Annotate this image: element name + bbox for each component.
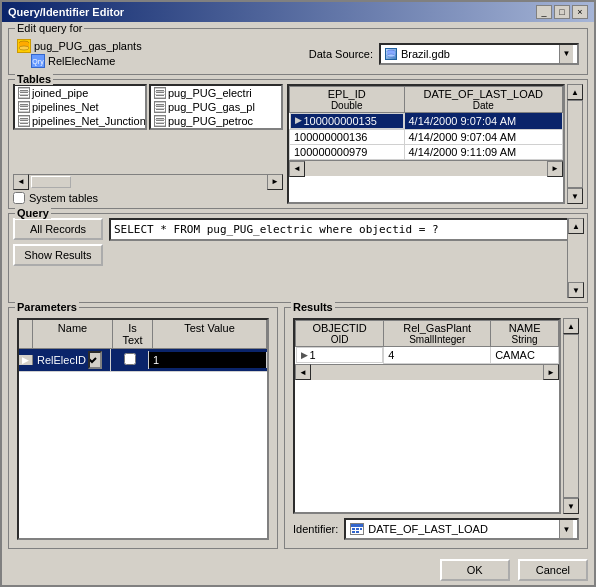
- params-name-cell: RelElecID: [33, 349, 111, 371]
- scroll-left-btn[interactable]: ◄: [13, 174, 29, 190]
- query-text-area[interactable]: SELECT * FROM pug_PUG_electric where obj…: [109, 218, 583, 241]
- params-testval-cell[interactable]: 1: [149, 352, 267, 368]
- query-section-inner: All Records Show Results SELECT * FROM p…: [13, 218, 583, 298]
- maximize-button[interactable]: □: [554, 5, 570, 19]
- tables-grid-area: EPL_ID Double DATE_OF_LAST_LOAD Date: [287, 84, 583, 204]
- results-col-name-header: NAME String: [491, 321, 559, 347]
- params-col-testval-header: Test Value: [153, 320, 267, 348]
- query-text-wrapper: SELECT * FROM pug_PUG_electric where obj…: [109, 218, 583, 298]
- list-item-pug-gas[interactable]: pug_PUG_gas_pl: [151, 100, 281, 114]
- identifier-row: Identifier: DATE_OF_LAST_LOAD: [289, 516, 583, 544]
- params-col-istext-header: Is Text: [113, 320, 153, 348]
- table-row[interactable]: ▶100000000135 4/14/2000 9:07:04 AM: [290, 113, 563, 130]
- all-records-button[interactable]: All Records: [13, 218, 103, 240]
- list-item-pug-petro[interactable]: pug_PUG_petroc: [151, 114, 281, 128]
- tree-parent-item[interactable]: pug_PUG_gas_plants: [17, 39, 142, 53]
- identifier-dropdown-arrow[interactable]: ▼: [559, 520, 573, 538]
- h-scroll-thumb[interactable]: [31, 176, 71, 188]
- table-row[interactable]: 100000000979 4/14/2000 9:11:09 AM: [290, 145, 563, 160]
- results-grid-wrapper[interactable]: OBJECTID OID Rel_GasPlant SmallInteger: [293, 318, 561, 514]
- minimize-button[interactable]: _: [536, 5, 552, 19]
- query-section-label: Query: [15, 207, 51, 219]
- table-icon-pug-gas: [154, 101, 166, 113]
- results-grid-row[interactable]: ▶ 1 4 CAMAC: [296, 347, 559, 364]
- datasource-db-icon: [385, 48, 397, 60]
- query-scroll-up[interactable]: ▲: [568, 218, 584, 234]
- grid-scroll-down[interactable]: ▼: [567, 188, 583, 204]
- system-tables-checkbox[interactable]: [13, 192, 25, 204]
- parameters-grid[interactable]: Name Is Text Test Value ▶ RelElecID: [17, 318, 269, 540]
- tables-grid-table: EPL_ID Double DATE_OF_LAST_LOAD Date: [289, 86, 563, 160]
- params-grid-header: Name Is Text Test Value: [19, 320, 267, 349]
- show-results-button[interactable]: Show Results: [13, 244, 103, 266]
- table-row[interactable]: 100000000136 4/14/2000 9:07:04 AM: [290, 130, 563, 145]
- results-h-scrollbar[interactable]: ◄ ►: [295, 364, 559, 380]
- list-item-pug-electric[interactable]: pug_PUG_electri: [151, 86, 281, 100]
- params-name-dropdown[interactable]: [88, 351, 102, 369]
- table-icon-joined-pipe: [18, 87, 30, 99]
- tables-h-scrollbar[interactable]: ◄ ►: [13, 174, 283, 188]
- tables-col-left: joined_pipe pipelines_Net: [13, 84, 147, 172]
- params-grid-row[interactable]: ▶ RelElecID 1: [19, 349, 267, 372]
- scroll-right-btn[interactable]: ►: [267, 174, 283, 190]
- title-bar: Query/Identifier Editor _ □ ×: [2, 2, 594, 22]
- tree-child-item[interactable]: Qry RelElecName: [17, 54, 142, 68]
- list-item-joined-pipe[interactable]: joined_pipe: [15, 86, 145, 100]
- table-icon-pug-petro: [154, 115, 166, 127]
- tables-v-scrollbar: ▲ ▼: [567, 84, 583, 204]
- results-scroll-down[interactable]: ▼: [563, 498, 579, 514]
- table-icon-pipelines-junctions: [18, 115, 30, 127]
- identifier-inner: DATE_OF_LAST_LOAD: [350, 523, 559, 535]
- results-cell-rel: 4: [384, 347, 491, 364]
- results-scroll-left[interactable]: ◄: [295, 364, 311, 380]
- tables-section: Tables joined_pipe: [8, 79, 588, 209]
- results-col-objectid-header: OBJECTID OID: [296, 321, 384, 347]
- list-item-pipelines-junctions[interactable]: pipelines_Net_Junctions: [15, 114, 145, 128]
- results-scroll-right[interactable]: ►: [543, 364, 559, 380]
- grid-scroll-left[interactable]: ◄: [289, 161, 305, 177]
- tables-label: Tables: [15, 73, 53, 85]
- query-scroll-down[interactable]: ▼: [568, 282, 584, 298]
- results-grid-table: OBJECTID OID Rel_GasPlant SmallInteger: [295, 320, 559, 364]
- table-icon-pipelines-net: [18, 101, 30, 113]
- cancel-button[interactable]: Cancel: [518, 559, 588, 581]
- svg-point-2: [19, 46, 29, 50]
- edit-query-section: Edit query for pug_PUG_gas_plants: [8, 28, 588, 75]
- bottom-bar: OK Cancel: [2, 555, 594, 585]
- query-tree: pug_PUG_gas_plants Qry RelElecName: [17, 39, 142, 68]
- close-button[interactable]: ×: [572, 5, 588, 19]
- query-v-scrollbar: ▲ ▼: [567, 218, 583, 298]
- identifier-value: DATE_OF_LAST_LOAD: [368, 523, 488, 535]
- query-sql-text: SELECT * FROM pug_PUG_electric where obj…: [114, 223, 578, 236]
- tables-listbox-right[interactable]: pug_PUG_electri pug_PUG_gas_pl: [149, 84, 283, 130]
- grid-cell-epl3: 100000000979: [290, 145, 405, 160]
- calendar-icon: [350, 523, 364, 535]
- window-controls: _ □ ×: [536, 5, 588, 19]
- edit-query-label: Edit query for: [15, 22, 84, 34]
- svg-point-5: [387, 54, 395, 57]
- ok-button[interactable]: OK: [440, 559, 510, 581]
- results-cell-objectid: ▶ 1: [296, 347, 384, 363]
- system-tables-row: System tables: [13, 192, 283, 204]
- params-col-name-header: Name: [33, 320, 113, 348]
- grid-scroll-right[interactable]: ►: [547, 161, 563, 177]
- grid-scroll-up[interactable]: ▲: [567, 84, 583, 100]
- grid-h-scrollbar[interactable]: ◄ ►: [289, 160, 563, 176]
- list-item-pipelines-net[interactable]: pipelines_Net: [15, 100, 145, 114]
- results-label: Results: [291, 301, 335, 313]
- results-scroll-up[interactable]: ▲: [563, 318, 579, 334]
- params-istext-checkbox[interactable]: [124, 353, 136, 365]
- grid-cell-epl1: ▶100000000135: [290, 113, 404, 129]
- tables-listbox-left[interactable]: joined_pipe pipelines_Net: [13, 84, 147, 130]
- results-cell-name: CAMAC: [491, 347, 559, 364]
- identifier-label: Identifier:: [293, 523, 338, 535]
- results-col-rel-header: Rel_GasPlant SmallInteger: [384, 321, 491, 347]
- results-grid-area: OBJECTID OID Rel_GasPlant SmallInteger: [293, 318, 579, 514]
- child-tree-label: RelElecName: [48, 55, 115, 67]
- window-body: Edit query for pug_PUG_gas_plants: [2, 22, 594, 555]
- identifier-dropdown[interactable]: DATE_OF_LAST_LOAD ▼: [344, 518, 579, 540]
- datasource-dropdown-arrow[interactable]: ▼: [559, 45, 573, 63]
- datasource-dropdown[interactable]: Brazil.gdb ▼: [379, 43, 579, 65]
- params-row-pointer: ▶: [19, 355, 33, 365]
- tables-data-grid[interactable]: EPL_ID Double DATE_OF_LAST_LOAD Date: [287, 84, 565, 204]
